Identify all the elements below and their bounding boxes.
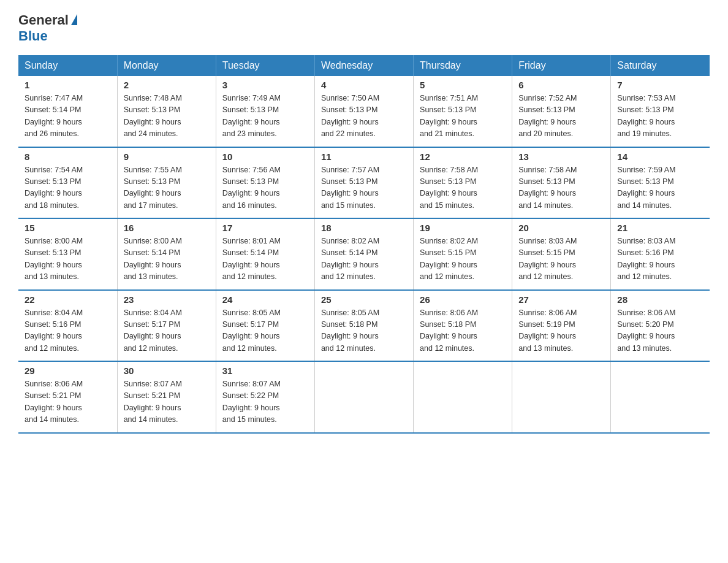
calendar-cell: 9 Sunrise: 7:55 AM Sunset: 5:13 PM Dayli… [117,147,216,219]
logo-general-text: General [18,12,69,28]
calendar-cell: 15 Sunrise: 8:00 AM Sunset: 5:13 PM Dayl… [18,218,117,290]
calendar-cell [512,361,611,433]
calendar-cell: 19 Sunrise: 8:02 AM Sunset: 5:15 PM Dayl… [414,218,512,290]
day-info: Sunrise: 7:59 AM Sunset: 5:13 PM Dayligh… [617,164,703,212]
day-number: 7 [617,80,703,90]
calendar-cell: 30 Sunrise: 8:07 AM Sunset: 5:21 PM Dayl… [117,361,216,433]
calendar-cell: 26 Sunrise: 8:06 AM Sunset: 5:18 PM Dayl… [414,290,512,362]
day-number: 3 [222,80,308,90]
calendar-cell: 6 Sunrise: 7:52 AM Sunset: 5:13 PM Dayli… [512,76,611,147]
calendar-cell [414,361,512,433]
logo: General Blue [18,12,77,44]
day-number: 9 [124,151,210,162]
day-info: Sunrise: 7:47 AM Sunset: 5:14 PM Dayligh… [25,93,111,140]
day-number: 21 [617,223,703,233]
day-number: 12 [420,151,506,162]
day-number: 14 [617,151,703,162]
day-number: 5 [420,80,506,90]
calendar-cell: 25 Sunrise: 8:05 AM Sunset: 5:18 PM Dayl… [314,290,413,362]
day-number: 20 [518,223,604,233]
day-info: Sunrise: 8:00 AM Sunset: 5:13 PM Dayligh… [25,236,111,283]
logo-blue-text: Blue [18,28,48,44]
day-info: Sunrise: 8:02 AM Sunset: 5:14 PM Dayligh… [321,236,407,283]
day-number: 8 [25,151,111,162]
day-info: Sunrise: 8:06 AM Sunset: 5:20 PM Dayligh… [617,307,703,355]
calendar-cell: 23 Sunrise: 8:04 AM Sunset: 5:17 PM Dayl… [117,290,216,362]
day-number: 18 [321,223,407,233]
day-info: Sunrise: 7:48 AM Sunset: 5:13 PM Dayligh… [124,93,210,140]
day-header-wednesday: Wednesday [314,55,413,76]
day-info: Sunrise: 8:00 AM Sunset: 5:14 PM Dayligh… [124,236,210,283]
calendar-week-row: 1 Sunrise: 7:47 AM Sunset: 5:14 PM Dayli… [18,76,710,147]
calendar-cell: 17 Sunrise: 8:01 AM Sunset: 5:14 PM Dayl… [216,218,314,290]
day-info: Sunrise: 8:07 AM Sunset: 5:22 PM Dayligh… [222,378,308,426]
calendar-cell: 7 Sunrise: 7:53 AM Sunset: 5:13 PM Dayli… [611,76,710,147]
day-number: 17 [222,223,308,233]
calendar-cell: 1 Sunrise: 7:47 AM Sunset: 5:14 PM Dayli… [18,76,117,147]
day-number: 28 [617,294,703,305]
calendar-week-row: 29 Sunrise: 8:06 AM Sunset: 5:21 PM Dayl… [18,361,710,433]
day-info: Sunrise: 7:49 AM Sunset: 5:13 PM Dayligh… [222,93,308,140]
day-number: 2 [124,80,210,90]
calendar-cell: 13 Sunrise: 7:58 AM Sunset: 5:13 PM Dayl… [512,147,611,219]
day-number: 4 [321,80,407,90]
day-header-tuesday: Tuesday [216,55,314,76]
day-info: Sunrise: 8:04 AM Sunset: 5:16 PM Dayligh… [25,307,111,355]
calendar-cell: 10 Sunrise: 7:56 AM Sunset: 5:13 PM Dayl… [216,147,314,219]
calendar-cell: 2 Sunrise: 7:48 AM Sunset: 5:13 PM Dayli… [117,76,216,147]
day-info: Sunrise: 8:03 AM Sunset: 5:16 PM Dayligh… [617,236,703,283]
calendar-cell: 24 Sunrise: 8:05 AM Sunset: 5:17 PM Dayl… [216,290,314,362]
calendar-cell: 11 Sunrise: 7:57 AM Sunset: 5:13 PM Dayl… [314,147,413,219]
day-info: Sunrise: 8:05 AM Sunset: 5:18 PM Dayligh… [321,307,407,355]
calendar-cell: 14 Sunrise: 7:59 AM Sunset: 5:13 PM Dayl… [611,147,710,219]
calendar-cell: 3 Sunrise: 7:49 AM Sunset: 5:13 PM Dayli… [216,76,314,147]
calendar-cell: 4 Sunrise: 7:50 AM Sunset: 5:13 PM Dayli… [314,76,413,147]
day-number: 15 [25,223,111,233]
day-number: 30 [124,366,210,376]
calendar-cell: 5 Sunrise: 7:51 AM Sunset: 5:13 PM Dayli… [414,76,512,147]
day-info: Sunrise: 8:03 AM Sunset: 5:15 PM Dayligh… [518,236,604,283]
calendar-cell: 31 Sunrise: 8:07 AM Sunset: 5:22 PM Dayl… [216,361,314,433]
calendar-header-row: SundayMondayTuesdayWednesdayThursdayFrid… [18,55,710,76]
day-header-monday: Monday [117,55,216,76]
logo-text: General [18,12,77,28]
calendar-week-row: 22 Sunrise: 8:04 AM Sunset: 5:16 PM Dayl… [18,290,710,362]
day-info: Sunrise: 8:01 AM Sunset: 5:14 PM Dayligh… [222,236,308,283]
day-info: Sunrise: 8:07 AM Sunset: 5:21 PM Dayligh… [124,378,210,426]
calendar-cell: 20 Sunrise: 8:03 AM Sunset: 5:15 PM Dayl… [512,218,611,290]
calendar-cell: 12 Sunrise: 7:58 AM Sunset: 5:13 PM Dayl… [414,147,512,219]
day-number: 19 [420,223,506,233]
day-number: 11 [321,151,407,162]
day-info: Sunrise: 7:57 AM Sunset: 5:13 PM Dayligh… [321,164,407,212]
calendar-cell: 22 Sunrise: 8:04 AM Sunset: 5:16 PM Dayl… [18,290,117,362]
day-info: Sunrise: 7:52 AM Sunset: 5:13 PM Dayligh… [518,93,604,140]
day-info: Sunrise: 8:02 AM Sunset: 5:15 PM Dayligh… [420,236,506,283]
logo-triangle-icon [71,14,77,25]
day-header-friday: Friday [512,55,611,76]
day-info: Sunrise: 8:05 AM Sunset: 5:17 PM Dayligh… [222,307,308,355]
day-number: 22 [25,294,111,305]
day-info: Sunrise: 7:50 AM Sunset: 5:13 PM Dayligh… [321,93,407,140]
day-header-sunday: Sunday [18,55,117,76]
page-header: General Blue [18,12,710,44]
calendar-cell: 8 Sunrise: 7:54 AM Sunset: 5:13 PM Dayli… [18,147,117,219]
calendar-cell: 27 Sunrise: 8:06 AM Sunset: 5:19 PM Dayl… [512,290,611,362]
day-info: Sunrise: 7:58 AM Sunset: 5:13 PM Dayligh… [420,164,506,212]
day-number: 29 [25,366,111,376]
day-info: Sunrise: 7:51 AM Sunset: 5:13 PM Dayligh… [420,93,506,140]
calendar-cell: 28 Sunrise: 8:06 AM Sunset: 5:20 PM Dayl… [611,290,710,362]
day-number: 10 [222,151,308,162]
calendar-cell [314,361,413,433]
day-number: 16 [124,223,210,233]
calendar-cell: 18 Sunrise: 8:02 AM Sunset: 5:14 PM Dayl… [314,218,413,290]
day-info: Sunrise: 7:58 AM Sunset: 5:13 PM Dayligh… [518,164,604,212]
day-info: Sunrise: 8:04 AM Sunset: 5:17 PM Dayligh… [124,307,210,355]
calendar-cell [611,361,710,433]
day-number: 1 [25,80,111,90]
day-number: 23 [124,294,210,305]
day-header-saturday: Saturday [611,55,710,76]
calendar-week-row: 15 Sunrise: 8:00 AM Sunset: 5:13 PM Dayl… [18,218,710,290]
day-header-thursday: Thursday [414,55,512,76]
day-number: 25 [321,294,407,305]
day-info: Sunrise: 8:06 AM Sunset: 5:18 PM Dayligh… [420,307,506,355]
